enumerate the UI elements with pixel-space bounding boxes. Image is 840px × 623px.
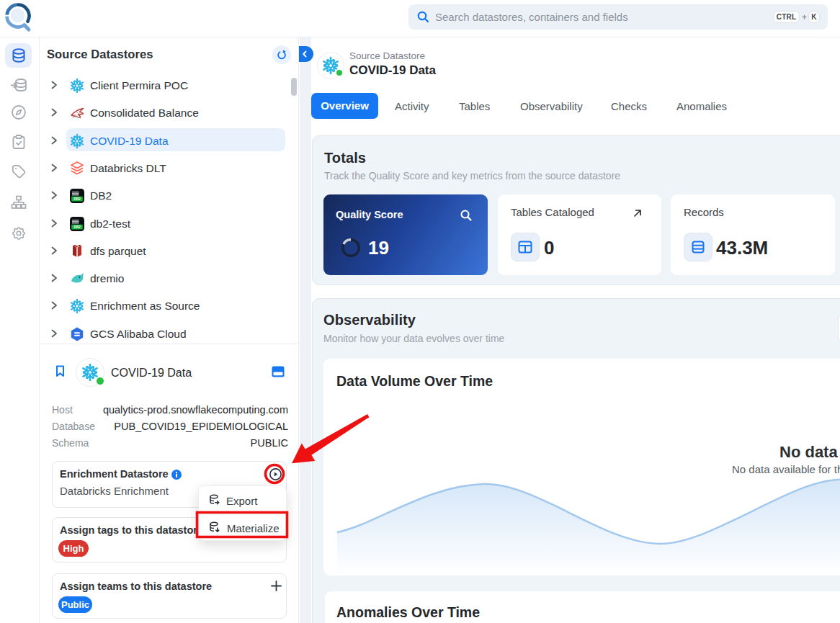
svg-text:DB2: DB2 <box>73 225 81 229</box>
svg-text:DB2: DB2 <box>73 197 81 201</box>
